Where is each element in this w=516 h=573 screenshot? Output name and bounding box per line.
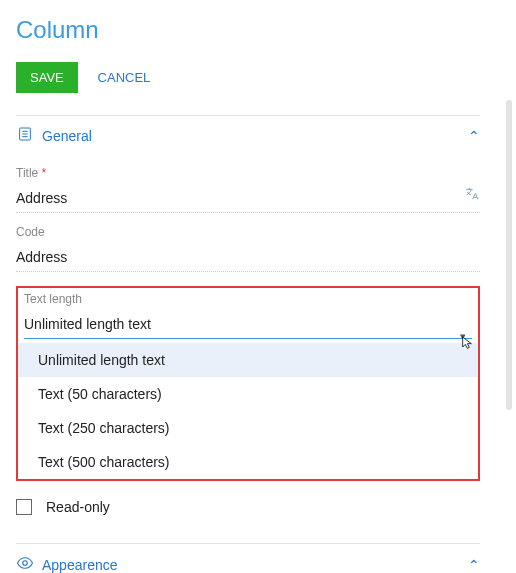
svg-point-4 — [23, 561, 28, 566]
read-only-label: Read-only — [46, 499, 110, 515]
field-label-code: Code — [16, 225, 480, 239]
highlight-text-length: Text length Unlimited length text ▾ Unli… — [16, 286, 480, 481]
dropdown-option[interactable]: Text (250 characters) — [18, 411, 478, 445]
read-only-checkbox[interactable] — [16, 499, 32, 515]
section-label-general: General — [42, 128, 468, 144]
scrollbar-track[interactable] — [506, 100, 512, 410]
action-bar: SAVE CANCEL — [16, 62, 480, 93]
translate-icon[interactable] — [464, 186, 480, 205]
field-title: Title * — [16, 166, 480, 213]
cancel-button[interactable]: CANCEL — [94, 62, 155, 93]
field-code: Code — [16, 225, 480, 272]
field-text-length: Text length Unlimited length text ▾ — [24, 292, 472, 339]
field-label-title: Title * — [16, 166, 480, 180]
list-icon — [16, 126, 34, 146]
page-title: Column — [16, 16, 480, 44]
title-input[interactable] — [16, 186, 480, 213]
cursor-pointer-icon — [460, 334, 476, 356]
text-length-options: Unlimited length text Text (50 character… — [18, 343, 478, 479]
eye-icon — [16, 554, 34, 573]
chevron-up-icon: ⌃ — [468, 128, 480, 144]
dropdown-option[interactable]: Text (500 characters) — [18, 445, 478, 479]
required-mark: * — [42, 166, 47, 180]
section-label-appearance: Appearence — [42, 557, 468, 573]
chevron-up-icon: ⌃ — [468, 557, 480, 573]
save-button[interactable]: SAVE — [16, 62, 78, 93]
section-header-appearance[interactable]: Appearence ⌃ — [16, 543, 480, 573]
dropdown-option[interactable]: Text (50 characters) — [18, 377, 478, 411]
dropdown-option[interactable]: Unlimited length text — [18, 343, 478, 377]
field-label-text-length: Text length — [24, 292, 472, 306]
section-header-general[interactable]: General ⌃ — [16, 115, 480, 154]
code-input[interactable] — [16, 245, 480, 272]
field-label-text-title: Title — [16, 166, 38, 180]
text-length-select[interactable]: Unlimited length text — [24, 312, 472, 339]
field-read-only: Read-only — [16, 499, 480, 515]
